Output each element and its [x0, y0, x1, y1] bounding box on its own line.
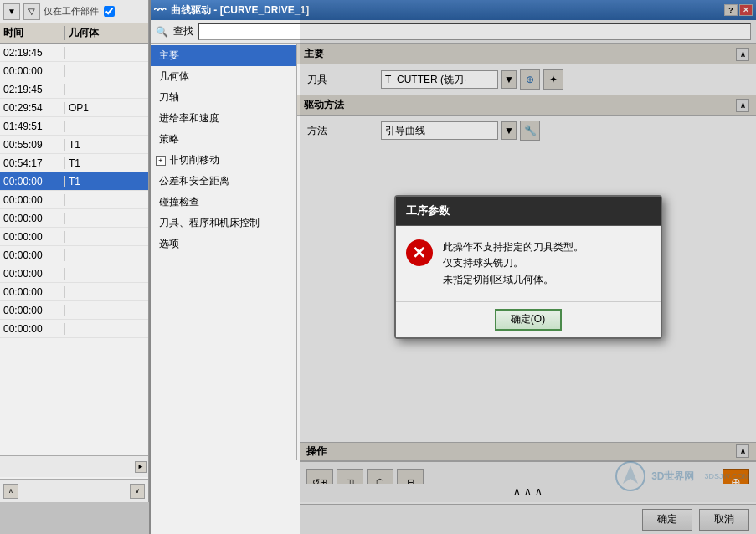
filter-label: 仅在工作部件	[44, 5, 99, 18]
left-panel: ▼ ▽ 仅在工作部件 时间 几何体 02:19:4500:00:0002:19:…	[0, 0, 149, 502]
row-time: 02:19:45	[0, 84, 65, 95]
row-time: 00:00:00	[0, 65, 65, 77]
scroll-area: ►	[0, 455, 148, 477]
row-time: 02:19:45	[0, 47, 65, 59]
filter-checkbox[interactable]	[104, 6, 115, 17]
row-time: 00:00:00	[0, 213, 65, 224]
row-time: 00:00:00	[0, 268, 65, 280]
table-row[interactable]: 00:00:00	[0, 228, 148, 246]
nav-label: 非切削移动	[169, 153, 219, 167]
row-time: 00:00:00	[0, 249, 65, 261]
modal-line2: 仅支持球头铣刀。	[443, 255, 584, 271]
modal-line3: 未指定切削区域几何体。	[443, 272, 584, 288]
dialog-title: 曲线驱动 - [CURVE_DRIVE_1]	[171, 3, 309, 18]
nav-item-策略[interactable]: 策略	[151, 129, 296, 150]
row-time: 00:00:00	[0, 231, 65, 243]
row-time: 00:54:17	[0, 157, 65, 169]
table-row[interactable]: 02:19:45	[0, 80, 148, 99]
row-geom: T1	[65, 157, 80, 169]
modal-overlay: 工序参数 ✕ 此操作不支持指定的刀具类型。 仅支持球头铣刀。 未指定切削区域几何…	[300, 0, 756, 534]
table-row[interactable]: 00:00:00	[0, 320, 148, 338]
modal-line1: 此操作不支持指定的刀具类型。	[443, 239, 584, 255]
row-geom: T1	[65, 139, 80, 151]
scroll-right[interactable]: ►	[135, 461, 147, 473]
expand-icon: +	[156, 156, 166, 166]
modal-ok-btn[interactable]: 确定(O)	[495, 309, 562, 331]
modal-text: 此操作不支持指定的刀具类型。 仅支持球头铣刀。 未指定切削区域几何体。	[443, 239, 584, 288]
modal-title: 工序参数	[396, 197, 661, 226]
table-row[interactable]: 00:00:00	[0, 191, 148, 209]
table-row[interactable]: 00:00:00	[0, 301, 148, 320]
row-time: 00:00:00	[0, 194, 65, 206]
row-time: 00:00:00	[0, 305, 65, 316]
table-row[interactable]: 00:00:00	[0, 283, 148, 301]
table-row[interactable]: 00:29:54OP1	[0, 99, 148, 117]
nav-item-非切削移动[interactable]: +非切削移动	[151, 150, 296, 171]
table-row[interactable]: 00:00:00	[0, 264, 148, 283]
table-row[interactable]: 00:00:00T1	[0, 172, 148, 191]
expand-left-btn[interactable]: ∨	[130, 484, 145, 499]
modal-body: ✕ 此操作不支持指定的刀具类型。 仅支持球头铣刀。 未指定切削区域几何体。	[396, 226, 661, 301]
main-dialog: 〰 曲线驱动 - [CURVE_DRIVE_1] ? ✕ 🔍 查找 主要几何体刀…	[149, 0, 756, 534]
filter-btn[interactable]: ▼	[3, 3, 20, 20]
nav-item-几何体[interactable]: 几何体	[151, 66, 296, 87]
curve-icon: 〰	[154, 3, 166, 17]
row-time: 00:29:54	[0, 102, 65, 114]
nav-item-刀轴[interactable]: 刀轴	[151, 87, 296, 108]
col-time-header: 时间	[0, 26, 65, 40]
row-time: 00:55:09	[0, 139, 65, 151]
table-row[interactable]: 02:19:45	[0, 44, 148, 62]
row-time: 00:00:00	[0, 323, 65, 335]
nav-item-公差和安全距离[interactable]: 公差和安全距离	[151, 171, 296, 192]
row-time: 00:00:00	[0, 286, 65, 298]
search-label: 查找	[173, 24, 193, 39]
col-geom-header: 几何体	[65, 26, 99, 40]
row-time: 00:00:00	[0, 176, 65, 187]
table-row[interactable]: 00:55:09T1	[0, 136, 148, 154]
table-rows: 02:19:4500:00:0002:19:4500:29:54OP101:49…	[0, 44, 148, 338]
left-nav: 主要几何体刀轴进给率和速度策略+非切削移动公差和安全距离碰撞检查刀具、程序和机床…	[151, 44, 297, 460]
nav-item-选项[interactable]: 选项	[151, 234, 296, 254]
table-row[interactable]: 00:00:00	[0, 209, 148, 228]
modal-dialog: 工序参数 ✕ 此操作不支持指定的刀具类型。 仅支持球头铣刀。 未指定切削区域几何…	[394, 195, 662, 339]
search-icon: 🔍	[156, 26, 168, 38]
left-bottom-bar: ∧ ∨	[0, 479, 148, 502]
nav-item-主要[interactable]: 主要	[151, 45, 296, 66]
table-header: 时间 几何体	[0, 23, 148, 44]
error-icon: ✕	[406, 239, 433, 266]
row-geom: T1	[65, 176, 80, 187]
table-row[interactable]: 00:00:00	[0, 62, 148, 80]
table-row[interactable]: 00:54:17T1	[0, 154, 148, 172]
titlebar-left: 〰 曲线驱动 - [CURVE_DRIVE_1]	[154, 3, 309, 18]
filter-btn2[interactable]: ▽	[23, 3, 40, 20]
collapse-left-btn[interactable]: ∧	[3, 484, 18, 499]
table-row[interactable]: 00:00:00	[0, 246, 148, 264]
nav-item-进给率和速度[interactable]: 进给率和速度	[151, 108, 296, 129]
modal-footer: 确定(O)	[396, 301, 661, 337]
search-icons: 🔍	[156, 26, 168, 38]
left-toolbar: ▼ ▽ 仅在工作部件	[0, 0, 148, 23]
table-row[interactable]: 01:49:51	[0, 117, 148, 136]
row-geom: OP1	[65, 102, 89, 114]
row-time: 01:49:51	[0, 121, 65, 132]
nav-item-碰撞检查[interactable]: 碰撞检查	[151, 192, 296, 213]
nav-item-刀具、程序和机床控制[interactable]: 刀具、程序和机床控制	[151, 213, 296, 234]
